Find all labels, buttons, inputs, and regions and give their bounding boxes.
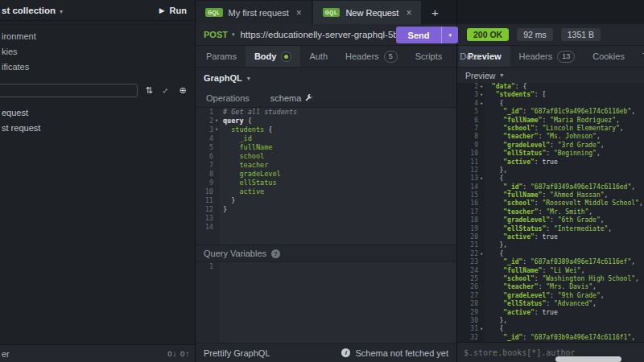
fold-spacer [478, 241, 485, 249]
preview-mode-selector[interactable]: Preview ▾ [457, 68, 644, 83]
close-icon[interactable]: × [406, 7, 411, 19]
code-text [220, 223, 223, 232]
sidebar-filter-input[interactable] [0, 84, 138, 97]
wrench-icon [305, 94, 313, 102]
request-tab[interactable]: Scripts [407, 46, 452, 67]
sidebar-request-item[interactable]: st request [0, 121, 195, 136]
code-text: { [485, 100, 503, 108]
request-tab[interactable]: Auth [300, 46, 336, 67]
prettify-button[interactable]: Prettify GraphQL [204, 348, 270, 358]
fold-caret-icon[interactable]: ▾ [478, 83, 485, 91]
response-tab[interactable]: Headers13 [510, 46, 584, 67]
fold-caret-icon[interactable]: ▾ [213, 125, 220, 134]
code-line: 8 "teacher": "Ms. Johnson", [457, 133, 644, 141]
json-key-token: "fullName" [503, 117, 542, 124]
sidebar-item[interactable]: kies [0, 44, 195, 60]
line-number: 11 [470, 158, 478, 167]
run-button[interactable]: ▶ Run [159, 6, 187, 15]
query-variables-editor[interactable]: 1 [196, 262, 456, 343]
method-label[interactable]: POST [204, 30, 228, 39]
line-number: 11 [205, 196, 213, 205]
code-line: 14 [196, 223, 456, 232]
body-type-selector[interactable]: GraphQL ▾ [196, 68, 456, 88]
url-bar: POST ▾ https://educationelly-server-grap… [196, 24, 456, 46]
json-string-token: "Mrs. Davis" [546, 283, 592, 290]
json-string-token: "Ahmed Hassan" [550, 191, 604, 199]
fold-caret-icon[interactable]: ▾ [478, 250, 485, 258]
punct-token: : [522, 108, 526, 115]
fold-spacer [213, 134, 220, 143]
gutter: 1 [196, 108, 220, 117]
line-number: 18 [470, 216, 478, 224]
fold-caret-icon[interactable]: ▾ [478, 325, 485, 333]
operations-label[interactable]: Operations [206, 93, 250, 103]
request-tab[interactable]: Body [246, 46, 301, 67]
request-tab[interactable]: Headers5 [336, 46, 407, 67]
fold-caret-icon[interactable]: ▾ [478, 175, 485, 183]
send-label[interactable]: Send [396, 31, 442, 40]
sort-counters[interactable]: 0↓ 0↑ [167, 349, 190, 358]
json-key-token: "_id" [503, 183, 522, 191]
fold-caret-icon[interactable]: ▾ [213, 117, 220, 125]
code-line: 8 gradeLevel [196, 170, 456, 179]
json-string-token: "687af0389a496e174c6116ef" [530, 258, 631, 265]
json-key-token: "ellStatus" [503, 300, 546, 307]
json-string-token: "687af03b9a496e174c6116f1" [530, 334, 631, 341]
graphql-query-editor[interactable]: 1# Get all students2▾query {3▾ students … [196, 108, 456, 245]
send-options-icon[interactable]: ▾ [441, 27, 458, 43]
fold-caret-icon[interactable]: ▾ [478, 91, 485, 99]
request-tab[interactable]: Params [197, 46, 246, 67]
fold-spacer [478, 208, 485, 216]
gutter: 8 [457, 133, 485, 141]
close-icon[interactable]: × [296, 7, 302, 19]
send-button[interactable]: Send ▾ [396, 27, 458, 43]
punct-token: { [499, 250, 503, 257]
punct-token: : [542, 267, 546, 274]
fold-caret-icon[interactable]: ▾ [478, 100, 485, 108]
workspace-tabstrip: GQLMy first request×GQLNew Request×+ [196, 0, 456, 24]
request-tab[interactable]: Docs [451, 46, 489, 67]
json-string-token: "Maria Rodriguez" [550, 117, 616, 124]
new-tab-button[interactable]: + [423, 1, 447, 24]
gutter: 1 [196, 262, 220, 271]
json-key-token: "active" [503, 309, 535, 316]
punct-token: : [522, 258, 526, 265]
punct-token: : [542, 191, 546, 199]
line-number: 24 [470, 267, 478, 275]
gutter: 32 [457, 334, 485, 342]
response-filter-input[interactable] [464, 348, 599, 357]
workspace-tab[interactable]: GQLMy first request× [196, 1, 312, 24]
code-text: active [220, 187, 264, 196]
code-text: "ellStatus": "Intermediate", [485, 225, 612, 233]
horizontal-scrollbar-thumb[interactable] [555, 356, 621, 362]
json-key-token: "teacher" [503, 208, 538, 216]
help-icon[interactable]: ? [271, 249, 280, 258]
response-tab[interactable]: Cookies [584, 46, 634, 67]
json-key-token: "_id" [503, 258, 522, 265]
sidebar-item[interactable]: ironment [0, 29, 195, 44]
method-dropdown-icon[interactable]: ▾ [232, 31, 235, 38]
punct-token: , [592, 283, 597, 290]
gutter: 5 [196, 143, 220, 152]
workspace-tab[interactable]: GQLNew Request× [313, 1, 422, 24]
schema-menu[interactable]: schema [270, 93, 314, 103]
json-key-token: "active" [503, 158, 535, 166]
graphql-toolbar: Operations schema [196, 88, 456, 108]
sidebar-request-item[interactable]: equest [0, 105, 195, 121]
json-bool-token: true [542, 233, 557, 241]
collection-selector[interactable]: st collection▾ [2, 6, 63, 15]
punct-token: , [616, 117, 620, 124]
punct-token: : [539, 283, 543, 290]
code-line: 5 fullName [196, 143, 456, 152]
sort-icon[interactable]: ⇅ [143, 85, 155, 96]
sidebar-item[interactable]: ificates [0, 60, 195, 75]
expand-collapse-icon[interactable]: ↕ [159, 83, 173, 97]
add-request-icon[interactable]: ⊕ [177, 85, 188, 96]
field-token: _id [239, 134, 251, 142]
fold-spacer [478, 309, 485, 317]
response-body-viewer[interactable]: 2▾ "data": {3▾ "students": [4▾ {5 "_id":… [457, 83, 644, 342]
punct-token: , [597, 133, 601, 140]
response-filter-bar [457, 342, 644, 362]
response-tab[interactable]: Tests0 / 0 [634, 46, 644, 67]
code-text: }, [485, 241, 507, 249]
